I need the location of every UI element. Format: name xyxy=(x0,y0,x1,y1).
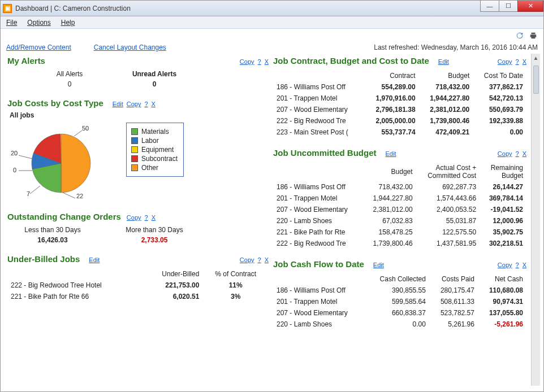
close-link[interactable]: X xyxy=(523,150,526,157)
row-value: 3% xyxy=(202,291,269,302)
row-value: 55,031.87 xyxy=(416,215,480,227)
widget-change-orders: Outstanding Change Orders Copy ? X Less … xyxy=(7,212,269,244)
row-value: 2,381,012.00 xyxy=(362,204,416,215)
row-name: 222 - Big Redwood Tre xyxy=(273,115,365,127)
copy-link[interactable]: Copy xyxy=(127,101,141,107)
widget-job-costs: Job Costs by Cost Type Edit Copy ? X All… xyxy=(7,98,269,202)
row-value: 137,055.80 xyxy=(478,307,526,319)
pie-label-other: 50 xyxy=(82,125,89,132)
col-costs-paid: Costs Paid xyxy=(429,273,478,285)
help-link[interactable]: ? xyxy=(516,262,519,268)
copy-link[interactable]: Copy xyxy=(240,58,254,65)
row-value: -5,261.96 xyxy=(478,319,526,330)
svg-line-0 xyxy=(74,130,82,136)
copy-link[interactable]: Copy xyxy=(498,262,512,268)
row-value: 12,000.96 xyxy=(480,215,526,227)
edit-link[interactable]: Edit xyxy=(113,101,123,107)
left-column: My Alerts Copy ? X All Alerts 0 Unread A… xyxy=(7,54,273,386)
legend-other: Other xyxy=(141,164,158,172)
row-value: 1,574,443.66 xyxy=(416,193,480,204)
close-button[interactable]: ✕ xyxy=(517,1,543,12)
row-value: 660,838.37 xyxy=(366,307,429,319)
row-name: 186 - Williams Post Off xyxy=(273,285,366,296)
close-link[interactable]: X xyxy=(152,214,156,221)
help-link[interactable]: ? xyxy=(258,58,261,65)
minimize-button[interactable]: — xyxy=(480,1,499,12)
row-name: 207 - Wood Elementary xyxy=(273,307,366,319)
help-link[interactable]: ? xyxy=(516,150,519,157)
col-remaining: RemainingBudget xyxy=(480,162,526,181)
dashboard-content: My Alerts Copy ? X All Alerts 0 Unread A… xyxy=(1,54,543,386)
copy-link[interactable]: Copy xyxy=(498,58,512,65)
widget-title-change-orders: Outstanding Change Orders xyxy=(7,212,121,221)
cancel-layout-link[interactable]: Cancel Layout Changes xyxy=(94,43,166,51)
table-row: 207 - Wood Elementary2,796,181.382,381,0… xyxy=(273,104,526,115)
close-link[interactable]: X xyxy=(523,262,526,268)
row-value: 110,680.08 xyxy=(478,285,526,296)
under-billed-table: Under-Billed % of Contract 222 - Big Red… xyxy=(7,268,269,302)
app-icon: ▣ xyxy=(3,4,12,13)
table-row: 186 - Williams Post Off554,289.00718,432… xyxy=(273,81,526,93)
pie-label-materials: 22 xyxy=(76,193,83,199)
widget-uncommitted: Job Uncommitted Budget Edit Copy ? X Bud… xyxy=(273,148,526,249)
row-value: 158,478.25 xyxy=(362,227,416,238)
copy-link[interactable]: Copy xyxy=(498,150,512,157)
table-row: 223 - Main Street Post (553,737.74472,40… xyxy=(273,127,526,138)
help-link[interactable]: ? xyxy=(516,58,519,65)
add-remove-content-link[interactable]: Add/Remove Content xyxy=(6,43,71,51)
svg-line-4 xyxy=(19,155,32,159)
all-alerts-label: All Alerts xyxy=(57,70,83,78)
help-link[interactable]: ? xyxy=(258,256,261,263)
edit-link[interactable]: Edit xyxy=(373,262,384,268)
col-pct: % of Contract xyxy=(202,268,269,280)
co-gt30-label: More than 30 Days xyxy=(126,226,183,234)
col-under-billed: Under-Billed xyxy=(142,268,202,280)
row-name: 186 - Williams Post Off xyxy=(273,181,362,193)
menu-file[interactable]: File xyxy=(6,19,17,27)
scroll-thumb[interactable] xyxy=(533,66,539,94)
copy-link[interactable]: Copy xyxy=(240,256,254,263)
close-link[interactable]: X xyxy=(265,58,269,65)
row-value: 550,693.79 xyxy=(473,104,526,115)
pie-label-subcontract: 20 xyxy=(11,150,18,156)
table-row: 220 - Lamb Shoes0.005,261.96-5,261.96 xyxy=(273,319,526,330)
row-value: 280,175.47 xyxy=(429,285,478,296)
close-link[interactable]: X xyxy=(152,101,156,107)
table-row: 220 - Lamb Shoes67,032.8355,031.8712,000… xyxy=(273,215,526,227)
widget-cashflow: Job Cash Flow to Date Edit Copy ? X Cash… xyxy=(273,259,526,330)
close-link[interactable]: X xyxy=(265,256,269,263)
scroll-up-icon[interactable]: ▲ xyxy=(533,54,539,62)
row-value: 0.00 xyxy=(366,319,429,330)
row-value: 542,720.13 xyxy=(473,93,526,104)
menu-options[interactable]: Options xyxy=(27,19,50,27)
row-value: 2,796,181.38 xyxy=(365,104,419,115)
legend-subcontract: Subcontract xyxy=(141,155,178,163)
widget-title-cashflow: Job Cash Flow to Date xyxy=(273,259,364,269)
row-value: 5,261.96 xyxy=(429,319,478,330)
help-link[interactable]: ? xyxy=(144,101,148,107)
copy-link[interactable]: Copy xyxy=(127,214,141,221)
table-row: 222 - Big Redwood Tre1,739,800.461,437,5… xyxy=(273,238,526,249)
svg-line-2 xyxy=(30,186,40,194)
row-value: 11% xyxy=(202,280,269,291)
widget-title-alerts: My Alerts xyxy=(7,56,45,66)
co-lt30-label: Less than 30 Days xyxy=(24,226,80,234)
row-value: -19,041.52 xyxy=(480,204,526,215)
widget-title-jobcosts: Job Costs by Cost Type xyxy=(7,98,103,108)
row-value: 0.00 xyxy=(473,127,526,138)
close-link[interactable]: X xyxy=(523,58,526,65)
edit-link[interactable]: Edit xyxy=(386,150,396,157)
maximize-button[interactable]: ☐ xyxy=(499,1,518,12)
table-row: 201 - Trappen Motel1,944,227.801,574,443… xyxy=(273,193,526,204)
title-bar: ▣ Dashboard | C: Cameron Construction — … xyxy=(1,1,543,16)
menu-help[interactable]: Help xyxy=(61,19,75,27)
edit-link[interactable]: Edit xyxy=(89,256,100,263)
row-value: 718,432.00 xyxy=(362,181,416,193)
help-link[interactable]: ? xyxy=(145,214,148,221)
window-controls: — ☐ ✕ xyxy=(481,1,543,12)
edit-link[interactable]: Edit xyxy=(438,58,449,65)
widget-contract-budget: Job Contract, Budget and Cost to Date Ed… xyxy=(273,56,526,138)
vertical-scrollbar[interactable]: ▲ xyxy=(531,54,540,386)
print-icon[interactable] xyxy=(529,31,538,40)
refresh-icon[interactable] xyxy=(515,31,524,40)
